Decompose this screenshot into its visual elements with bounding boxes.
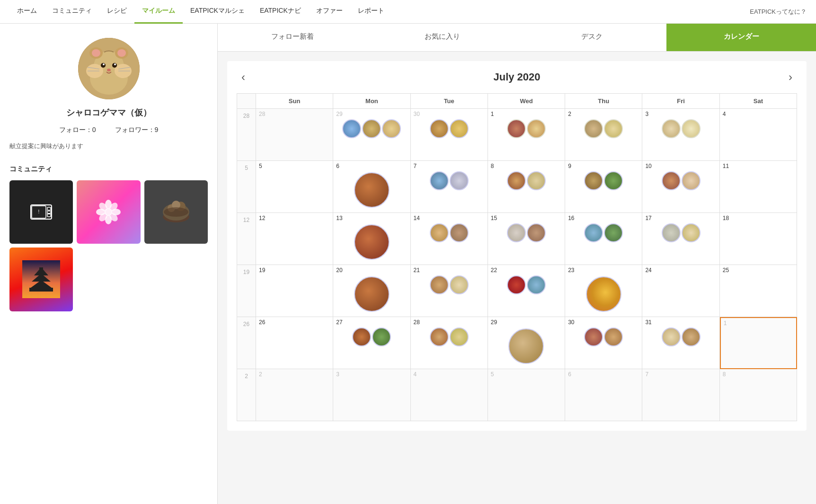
cal-cell-jul10[interactable]: 10 <box>642 161 719 213</box>
svg-rect-44 <box>29 288 53 292</box>
cal-cell-jul5[interactable]: 5 <box>256 161 333 213</box>
cal-cell-aug7[interactable]: 7 <box>642 369 719 421</box>
svg-point-11 <box>103 63 105 65</box>
nav-offer[interactable]: オファー <box>309 0 350 24</box>
cal-cell-jul1[interactable]: 1 <box>488 109 565 161</box>
week-label-28: 28 <box>237 109 256 161</box>
community-thumb-1[interactable]: ! <box>9 180 73 244</box>
cal-cell-jul28[interactable]: 28 <box>411 317 488 369</box>
cal-cell-jul4[interactable]: 4 <box>720 109 797 161</box>
svg-point-21 <box>48 210 50 212</box>
follower-stat: フォロワー：9 <box>115 126 159 134</box>
cal-cell-jul19[interactable]: 19 <box>256 265 333 317</box>
cal-cell-aug6[interactable]: 6 <box>565 369 642 421</box>
cal-cell-jul11[interactable]: 11 <box>720 161 797 213</box>
svg-point-8 <box>117 49 126 57</box>
tab-calendar[interactable]: カレンダー <box>666 24 816 51</box>
cal-cell-jul23[interactable]: 23 <box>565 265 642 317</box>
avatar <box>78 38 140 99</box>
main-content: フォロー新着 お気に入り デスク カレンダー ‹ July 2020 › Sun… <box>218 24 816 504</box>
cal-cell-jul12[interactable]: 12 <box>256 213 333 265</box>
cal-cell-aug4[interactable]: 4 <box>411 369 488 421</box>
svg-point-38 <box>164 207 188 217</box>
sidebar: シャロコゲママ（仮） フォロー：0 フォロワー：9 献立提案に興味があります コ… <box>0 24 218 504</box>
day-header-mon: Mon <box>333 94 410 109</box>
calendar-header: ‹ July 2020 › <box>237 71 797 84</box>
cal-cell-jul26[interactable]: 26 <box>256 317 333 369</box>
day-header-wed: Wed <box>488 94 565 109</box>
week-label-26: 26 <box>237 317 256 369</box>
cal-cell-jul8[interactable]: 8 <box>488 161 565 213</box>
cal-cell-jul24[interactable]: 24 <box>642 265 719 317</box>
calendar-title: July 2020 <box>493 71 540 83</box>
follow-stat: フォロー：0 <box>59 126 96 134</box>
nav-navi[interactable]: EATPICKナビ <box>252 0 309 24</box>
cal-cell-jul13[interactable]: 13 <box>333 213 410 265</box>
cal-cell-jul18[interactable]: 18 <box>720 213 797 265</box>
follow-stats: フォロー：0 フォロワー：9 <box>9 126 208 134</box>
svg-text:!: ! <box>38 209 40 214</box>
svg-rect-20 <box>47 207 51 217</box>
prev-month-button[interactable]: ‹ <box>237 71 250 84</box>
cal-cell-jul2[interactable]: 2 <box>565 109 642 161</box>
bio-text: 献立提案に興味があります <box>9 142 208 150</box>
cal-cell-jul25[interactable]: 25 <box>720 265 797 317</box>
tab-desk[interactable]: デスク <box>517 24 666 51</box>
community-thumb-2[interactable] <box>77 180 140 244</box>
cal-cell-jul6[interactable]: 6 <box>333 161 410 213</box>
nav-about[interactable]: EATPICKってなに？ <box>750 8 807 16</box>
cal-cell-jul27[interactable]: 27 <box>333 317 410 369</box>
cal-cell-jul29[interactable]: 29 <box>488 317 565 369</box>
day-header-tue: Tue <box>411 94 488 109</box>
day-header-thu: Thu <box>565 94 642 109</box>
cal-cell-jul30[interactable]: 30 <box>565 317 642 369</box>
svg-point-13 <box>107 69 111 71</box>
nav-marche[interactable]: EATPICKマルシェ <box>183 0 252 24</box>
cal-cell-jun28[interactable]: 28 <box>256 109 333 161</box>
cal-cell-aug8[interactable]: 8 <box>720 369 797 421</box>
nav-recipe[interactable]: レシピ <box>99 0 134 24</box>
week-label-12: 12 <box>237 213 256 265</box>
community-thumb-3[interactable] <box>144 180 208 244</box>
nav-community[interactable]: コミュニティ <box>44 0 99 24</box>
next-month-button[interactable]: › <box>784 71 797 84</box>
username: シャロコゲママ（仮） <box>9 107 208 118</box>
day-header-fri: Fri <box>642 94 719 109</box>
svg-point-12 <box>114 63 116 65</box>
community-grid: ! <box>9 180 208 311</box>
top-navigation: ホーム コミュニティ レシピ マイルーム EATPICKマルシェ EATPICK… <box>0 0 816 24</box>
nav-home[interactable]: ホーム <box>9 0 44 24</box>
community-section-title: コミュニティ <box>9 165 208 174</box>
nav-report[interactable]: レポート <box>350 0 392 24</box>
community-thumb-4[interactable] <box>9 248 73 311</box>
cal-cell-jul9[interactable]: 9 <box>565 161 642 213</box>
week-label-5: 5 <box>237 161 256 213</box>
cal-cell-aug5[interactable]: 5 <box>488 369 565 421</box>
tab-follow-new[interactable]: フォロー新着 <box>218 24 367 51</box>
cal-cell-jul22[interactable]: 22 <box>488 265 565 317</box>
tab-favorites[interactable]: お気に入り <box>367 24 517 51</box>
cal-cell-jul16[interactable]: 16 <box>565 213 642 265</box>
day-header-sat: Sat <box>720 94 797 109</box>
cal-cell-aug1[interactable]: 1 <box>720 317 797 369</box>
cal-cell-jul21[interactable]: 21 <box>411 265 488 317</box>
cal-cell-jul31[interactable]: 31 <box>642 317 719 369</box>
cal-cell-aug3[interactable]: 3 <box>333 369 410 421</box>
cal-cell-jun29[interactable]: 29 <box>333 109 410 161</box>
calendar-container: ‹ July 2020 › Sun Mon Tue Wed Thu Fri Sa… <box>227 61 807 431</box>
cal-cell-jul14[interactable]: 14 <box>411 213 488 265</box>
cal-cell-jun30[interactable]: 30 <box>411 109 488 161</box>
cal-cell-jul3[interactable]: 3 <box>642 109 719 161</box>
svg-rect-22 <box>48 213 50 214</box>
cal-cell-jul20[interactable]: 20 <box>333 265 410 317</box>
day-header-sun: Sun <box>256 94 333 109</box>
cal-cell-jul15[interactable]: 15 <box>488 213 565 265</box>
main-layout: シャロコゲママ（仮） フォロー：0 フォロワー：9 献立提案に興味があります コ… <box>0 24 816 504</box>
cal-cell-jul17[interactable]: 17 <box>642 213 719 265</box>
nav-myroom[interactable]: マイルーム <box>134 0 183 24</box>
week-label-19: 19 <box>237 265 256 317</box>
cal-cell-jul7[interactable]: 7 <box>411 161 488 213</box>
week-label-2: 2 <box>237 369 256 421</box>
tab-bar: フォロー新着 お気に入り デスク カレンダー <box>218 24 816 52</box>
cal-cell-aug2[interactable]: 2 <box>256 369 333 421</box>
